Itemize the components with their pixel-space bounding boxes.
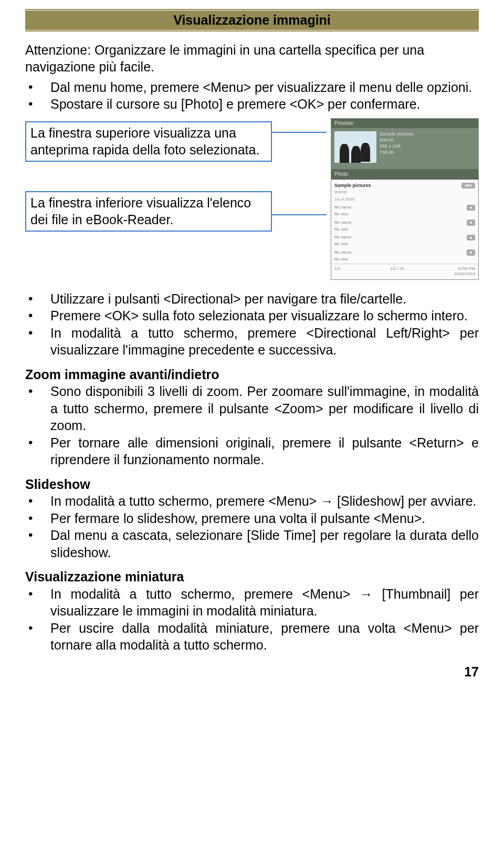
file-row: file name■ (334, 204, 475, 212)
list-item: Dal menu a cascata, selezionare [Slide T… (25, 527, 479, 561)
section-title-bar: Visualizzazione immagini (25, 11, 479, 30)
top-bullet-list: Dal menu home, premere <Menu> per visual… (25, 79, 479, 113)
list-item: Sono disponibili 3 livelli di zoom. Per … (25, 383, 479, 434)
thumbnail-bullet-list: In modalità a tutto schermo, premere <Me… (25, 586, 479, 654)
file-type-badge: ■ (467, 205, 475, 211)
preview-bar: Preview (331, 119, 478, 128)
callout-connector (271, 132, 327, 133)
folder-row: Sample pictures JPG (334, 182, 475, 190)
file-type-badge: ■ (467, 220, 475, 225)
preview-meta: Sample pictures text.txt 656 x 146 746 k… (380, 131, 414, 163)
list-item: Utilizzare i pulsanti <Directional> per … (25, 290, 479, 308)
file-type-badge: ■ (467, 249, 475, 255)
list-item: Spostare il cursore su [Photo] e premere… (25, 96, 479, 113)
mid-bullet-list: Utilizzare i pulsanti <Directional> per … (25, 290, 479, 359)
preview-thumbnail (334, 131, 376, 163)
list-item: In modalità a tutto schermo, premere <Me… (25, 586, 479, 620)
file-row: file name■ (334, 234, 475, 242)
callouts-column: La finestra superiore visualizza una ant… (25, 118, 326, 232)
file-row: file name■ (334, 218, 475, 226)
preview-pane: Preview Sample pictures text.txt 656 x 1… (331, 119, 478, 169)
screenshot-footer: 1/1 1/2 / 26 10:50 PM 10/22/2010 (331, 264, 478, 279)
list-item: Per uscire dalla modalità miniature, pre… (25, 620, 479, 654)
zoom-heading: Zoom immagine avanti/indietro (25, 366, 479, 383)
list-item: Premere <OK> sulla foto selezionata per … (25, 307, 479, 325)
callout-lower: La finestra inferiore visualizza l'elenc… (25, 191, 272, 232)
thumbnail-heading: Visualizzazione miniatura (25, 568, 479, 586)
list-item: Dal menu home, premere <Menu> per visual… (25, 79, 479, 96)
file-type-badge: JPG (461, 183, 475, 189)
callout-text: La finestra inferiore visualizza l'elenc… (30, 195, 251, 227)
file-list-pane: Sample pictures JPG text.txt 14 of 2010 … (331, 180, 478, 264)
slideshow-heading: Slideshow (25, 476, 479, 493)
file-row: file name■ (334, 248, 475, 256)
list-item: In modalità a tutto schermo, premere <Di… (25, 325, 479, 359)
section-title: Visualizzazione immagini (169, 12, 335, 29)
list-item: Per tornare alle dimensioni originali, p… (25, 434, 479, 468)
callout-connector (271, 214, 327, 215)
page-number: 17 (25, 663, 479, 681)
zoom-bullet-list: Sono disponibili 3 livelli di zoom. Per … (25, 383, 479, 468)
intro-paragraph: Attenzione: Organizzare le immagini in u… (25, 41, 479, 76)
slideshow-bullet-list: In modalità a tutto schermo, premere <Me… (25, 493, 479, 561)
list-item: Per fermare lo slideshow, premere una vo… (25, 510, 479, 527)
file-type-badge: ■ (467, 235, 475, 241)
device-screenshot: Preview Sample pictures text.txt 656 x 1… (331, 118, 479, 280)
callout-text: La finestra superiore visualizza una ant… (30, 126, 259, 158)
callout-upper: La finestra superiore visualizza una ant… (25, 121, 272, 162)
list-item: In modalità a tutto schermo, premere <Me… (25, 493, 479, 510)
callouts-and-screenshot: La finestra superiore visualizza una ant… (25, 118, 479, 280)
photo-bar: Photo (331, 169, 478, 180)
